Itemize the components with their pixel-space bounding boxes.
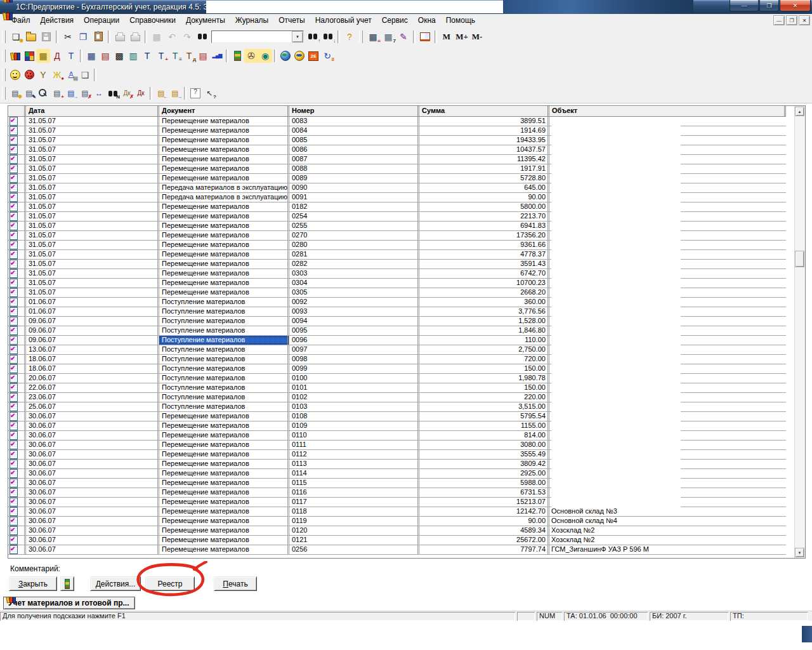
cd-course-icon[interactable]: ◉ bbox=[258, 49, 272, 63]
cell-doc[interactable]: Перемещение материалов bbox=[159, 136, 289, 145]
cell-num[interactable]: 0088 bbox=[289, 164, 419, 173]
column-header-doc[interactable]: Документ bbox=[159, 106, 289, 117]
video-help-icon[interactable]: ✇ bbox=[244, 49, 258, 63]
cell-status[interactable] bbox=[8, 355, 26, 364]
cell-sum[interactable]: 10700.23 bbox=[419, 279, 549, 288]
cell-doc[interactable]: Перемещение материалов bbox=[159, 431, 289, 440]
cell-status[interactable] bbox=[8, 421, 26, 430]
redo-icon[interactable]: ↷ bbox=[180, 29, 195, 44]
cell-date[interactable]: 30.06.07 bbox=[26, 479, 159, 488]
cell-sum[interactable]: 360.00 bbox=[419, 298, 549, 307]
documents-icon[interactable]: Д bbox=[50, 49, 64, 63]
cell-status[interactable] bbox=[8, 336, 26, 345]
cell-num[interactable]: 0117 bbox=[289, 498, 419, 507]
reduce-list-icon[interactable]: ▤← bbox=[154, 86, 168, 100]
document-journal-icon[interactable]: Тд bbox=[182, 49, 196, 63]
cell-date[interactable]: 30.06.07 bbox=[26, 460, 159, 468]
cell-status[interactable] bbox=[8, 526, 26, 535]
cell-date[interactable]: 30.06.07 bbox=[26, 536, 159, 545]
cell-num[interactable]: 0102 bbox=[289, 393, 419, 402]
register-button[interactable]: Реестр bbox=[145, 576, 195, 591]
cell-status[interactable] bbox=[8, 250, 26, 259]
cell-doc[interactable]: Поступление материалов bbox=[159, 317, 289, 326]
cell-date[interactable]: 31.05.07 bbox=[26, 174, 159, 183]
menu-item[interactable]: Сервис bbox=[377, 15, 413, 26]
search-combobox[interactable]: ▼ bbox=[211, 30, 304, 43]
cell-status[interactable] bbox=[8, 193, 26, 202]
undo-icon[interactable]: ↶ bbox=[164, 29, 180, 44]
cell-doc[interactable]: Перемещение материалов bbox=[159, 241, 289, 249]
cell-num[interactable]: 0100 bbox=[289, 374, 419, 383]
calendar-date-icon[interactable]: 26 bbox=[306, 49, 320, 63]
cell-sum[interactable]: 10437.57 bbox=[419, 145, 549, 154]
cell-status[interactable] bbox=[8, 155, 26, 164]
cell-date[interactable]: 30.06.07 bbox=[26, 450, 159, 459]
account-analysis-icon[interactable]: Т bbox=[140, 49, 154, 63]
column-header-obj[interactable]: Объект bbox=[549, 106, 786, 117]
cell-obj[interactable]: Основной склад №4 bbox=[549, 517, 786, 526]
table-row[interactable]: 30.06.07Перемещение материалов02567797.7… bbox=[8, 545, 786, 555]
cell-date[interactable]: 09.06.07 bbox=[26, 326, 159, 335]
constants-cube-icon[interactable] bbox=[22, 49, 36, 63]
cell-doc[interactable]: Поступление материалов bbox=[159, 307, 289, 316]
account-card-icon[interactable]: Т≡ bbox=[168, 49, 182, 63]
cell-date[interactable]: 31.05.07 bbox=[26, 241, 159, 249]
cell-sum[interactable]: 1917.91 bbox=[419, 164, 549, 173]
cell-date[interactable]: 31.05.07 bbox=[26, 202, 159, 211]
cell-doc[interactable]: Перемещение материалов bbox=[159, 202, 289, 211]
cell-obj[interactable]: Хозсклад №2 bbox=[549, 536, 786, 545]
cell-num[interactable]: 0255 bbox=[289, 222, 419, 230]
cell-obj[interactable]: ГСМ_ЗиганшинФ УАЗ Р 596 М bbox=[549, 545, 786, 554]
cell-sum[interactable]: 150.00 bbox=[419, 383, 549, 392]
cell-sum[interactable]: 25672.00 bbox=[419, 536, 549, 545]
cell-status[interactable] bbox=[8, 441, 26, 449]
cell-status[interactable] bbox=[8, 269, 26, 278]
menu-item[interactable]: Налоговый учет bbox=[310, 15, 377, 26]
cell-status[interactable] bbox=[8, 145, 26, 154]
cell-num[interactable]: 0270 bbox=[289, 231, 419, 240]
cell-date[interactable]: 18.06.07 bbox=[26, 355, 159, 364]
cell-num[interactable]: 0086 bbox=[289, 145, 419, 154]
vertical-scrollbar[interactable]: ▲ ▼ bbox=[794, 106, 805, 558]
convert-77-icon[interactable]: ↻8 bbox=[320, 49, 334, 63]
search-input[interactable] bbox=[212, 33, 292, 41]
cell-doc[interactable]: Перемещение материалов bbox=[159, 279, 289, 288]
close-window-button[interactable]: ✕ bbox=[780, 0, 811, 11]
cell-doc[interactable]: Поступление материалов bbox=[159, 326, 289, 335]
report-icon[interactable]: ▤ bbox=[196, 49, 210, 63]
cell-num[interactable]: 0282 bbox=[289, 260, 419, 269]
print-icon[interactable] bbox=[112, 29, 128, 44]
cell-date[interactable]: 31.05.07 bbox=[26, 136, 159, 145]
calendar-icon[interactable]: ▦7 bbox=[381, 29, 396, 44]
formula-icon[interactable]: ✎ bbox=[396, 29, 411, 44]
table-row[interactable]: 30.06.07Перемещение материалов012125672.… bbox=[8, 536, 786, 545]
cell-num[interactable]: 0103 bbox=[289, 402, 419, 411]
find-next-icon[interactable]: ↓ bbox=[320, 29, 336, 44]
cell-sum[interactable]: 3899.51 bbox=[419, 117, 549, 126]
cell-sum[interactable]: 90.00 bbox=[419, 517, 549, 526]
cell-date[interactable]: 31.05.07 bbox=[26, 212, 159, 221]
cell-date[interactable]: 31.05.07 bbox=[26, 164, 159, 173]
chess-sheet-icon[interactable]: ▩ bbox=[112, 49, 126, 63]
cell-date[interactable]: 31.05.07 bbox=[26, 222, 159, 230]
cell-status[interactable] bbox=[8, 450, 26, 459]
cell-doc[interactable]: Перемещение материалов bbox=[159, 288, 289, 297]
minimized-window-bar[interactable]: Учет материалов и готовой пр... bbox=[3, 597, 135, 609]
diagram-icon[interactable]: ▂▄▆ bbox=[210, 49, 224, 63]
dk-off-icon[interactable]: Дк✗ bbox=[120, 86, 134, 100]
cell-doc[interactable]: Перемещение материалов bbox=[159, 545, 289, 554]
cell-doc[interactable]: Поступление материалов bbox=[159, 345, 289, 354]
cell-sum[interactable]: 1914.69 bbox=[419, 126, 549, 135]
cell-doc[interactable]: Перемещение материалов bbox=[159, 250, 289, 259]
restore-list-icon[interactable]: ▤→ bbox=[168, 86, 182, 100]
cell-doc[interactable]: Перемещение материалов bbox=[159, 507, 289, 516]
accounting-books-icon[interactable] bbox=[8, 49, 22, 63]
cell-status[interactable] bbox=[8, 488, 26, 497]
cell-status[interactable] bbox=[8, 222, 26, 230]
menu-item[interactable]: Журналы bbox=[230, 15, 273, 26]
cell-num[interactable]: 0254 bbox=[289, 212, 419, 221]
cell-sum[interactable]: 2668.20 bbox=[419, 288, 549, 297]
save-icon[interactable] bbox=[39, 29, 54, 44]
cell-date[interactable]: 31.05.07 bbox=[26, 250, 159, 259]
cell-status[interactable] bbox=[8, 374, 26, 383]
